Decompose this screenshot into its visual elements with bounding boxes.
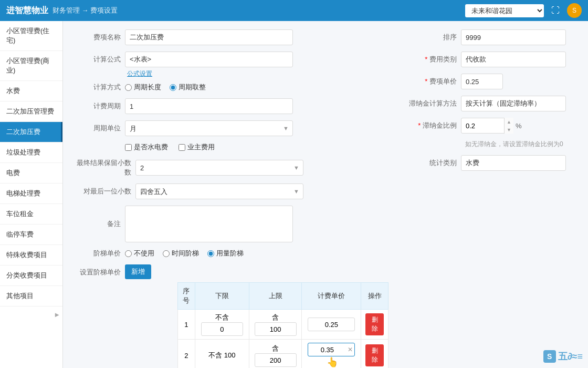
top-bar: 进智慧物业 财务管理 → 费项设置 未来和谐花园 ⛶ S <box>0 0 588 21</box>
stat-type-input[interactable] <box>461 155 566 171</box>
sidebar-item-fenlei[interactable]: 分类收费项目 <box>0 265 62 286</box>
tier-radio-none-input[interactable] <box>125 250 132 257</box>
period-unit-row: 周期单位 月 ▼ <box>74 120 388 136</box>
upper-prefix-1: 含 <box>272 313 279 321</box>
sidebar-item-erjia-guanli[interactable]: 二次加压管理费 <box>0 101 62 122</box>
late-calc-input[interactable] <box>461 96 566 111</box>
is-owner-input[interactable] <box>178 144 185 151</box>
fullscreen-icon[interactable]: ⛶ <box>548 5 563 16</box>
fee-unit-input[interactable] <box>461 74 503 89</box>
is-utility-checkbox[interactable]: 是否水电费 <box>125 142 168 152</box>
avatar[interactable]: S <box>567 3 582 18</box>
sidebar: 小区管理费(住宅) 小区管理费(商业) 水费 二次加压管理费 二次加压费 垃圾处… <box>0 21 63 368</box>
tier-seq-2: 2 <box>178 340 195 369</box>
fee-type-input[interactable] <box>461 52 566 67</box>
sidebar-item-label: 小区管理费(商业) <box>6 57 49 74</box>
sidebar-item-teshu[interactable]: 特殊收费项目 <box>0 245 62 265</box>
tier-radio-time[interactable]: 时间阶梯 <box>163 249 199 258</box>
formula-settings-link[interactable]: 公式设置 <box>127 69 152 78</box>
top-bar-right: 未来和谐花园 ⛶ S <box>465 3 582 18</box>
period-unit-label: 周期单位 <box>74 124 121 133</box>
sidebar-item-dianti[interactable]: 电梯处理费 <box>0 183 62 204</box>
calc-method-radios: 周期长度 周期取整 <box>125 83 206 92</box>
sidebar-item-label: 水费 <box>6 87 20 95</box>
percent-sign: % <box>516 122 522 130</box>
spinner-down[interactable]: ▼ <box>505 126 513 134</box>
lower-value-2: 100 <box>224 351 236 359</box>
tier-col-price: 计费单价 <box>302 283 361 310</box>
tier-radio-none[interactable]: 不使用 <box>125 249 154 258</box>
sidebar-item-zufei[interactable]: 小区管理费(住宅) <box>0 21 62 51</box>
feixiang-name-label: 费项名称 <box>74 33 121 42</box>
sidebar-item-linting[interactable]: 临停车费 <box>0 224 62 245</box>
fee-unit-row: 费项单价 <box>404 74 578 89</box>
rounding-select-wrapper: 四舍五入 进一法 去尾法 ▼ <box>135 183 303 199</box>
feixiang-name-input[interactable] <box>125 29 293 45</box>
sidebar-item-label: 车位租金 <box>6 210 34 218</box>
lower-prefix-1: 不含 <box>215 313 229 321</box>
sidebar-item-label: 小区管理费(住宅) <box>6 27 49 44</box>
left-form: 费项名称 计算公式 公式设置 计算方式 <box>74 29 388 368</box>
sort-input[interactable] <box>461 29 566 45</box>
spinner-up[interactable]: ▲ <box>505 118 513 126</box>
table-row: 2 不含 100 含 <box>178 340 388 369</box>
clear-icon-2[interactable]: ✕ <box>348 346 353 353</box>
is-utility-label: 是否水电费 <box>134 142 168 152</box>
charge-period-input[interactable] <box>125 98 293 114</box>
sidebar-item-label: 其他项目 <box>6 292 34 300</box>
sidebar-item-laji[interactable]: 垃圾处理费 <box>0 142 62 163</box>
upper-input-1[interactable] <box>255 322 297 336</box>
add-tier-button[interactable]: 新增 <box>125 264 151 279</box>
sidebar-item-other[interactable]: 其他项目 <box>0 286 62 306</box>
radio-period-align[interactable]: 周期取整 <box>170 83 206 92</box>
setup-tier-row: 设置阶梯单价 新增 序号 下限 上限 计费单价 <box>74 264 388 368</box>
decimal-label: 最终结果保留小数数 <box>74 158 131 177</box>
formula-input[interactable] <box>125 52 293 67</box>
is-owner-checkbox[interactable]: 业主费用 <box>178 142 215 152</box>
delete-tier-2-button[interactable]: 删除 <box>365 344 384 366</box>
price-input-1[interactable] <box>308 318 355 331</box>
tier-unit-label: 阶梯单价 <box>74 249 121 258</box>
sidebar-item-label: 二次加压费 <box>6 128 40 136</box>
tier-radio-usage[interactable]: 用量阶梯 <box>207 249 244 258</box>
sidebar-item-label: 电费 <box>6 169 20 177</box>
delete-tier-1-button[interactable]: 删除 <box>365 313 384 335</box>
late-calc-label: 滞纳金计算方法 <box>404 99 457 108</box>
tier-radio-usage-input[interactable] <box>207 250 214 257</box>
lower-prefix-2: 不含 <box>208 351 222 359</box>
charge-period-row: 计费周期 <box>74 98 388 114</box>
sidebar-item-shuifei[interactable]: 水费 <box>0 81 62 101</box>
tier-radio-time-input[interactable] <box>163 250 170 257</box>
add-btn-wrapper: 新增 <box>125 264 388 279</box>
calc-method-label: 计算方式 <box>74 83 121 92</box>
radio-period-align-input[interactable] <box>170 84 176 91</box>
project-select[interactable]: 未来和谐花园 <box>465 4 544 17</box>
upper-input-2[interactable] <box>255 353 297 367</box>
sidebar-collapse-btn[interactable]: ► <box>0 306 62 323</box>
sidebar-item-chewi[interactable]: 车位租金 <box>0 204 62 224</box>
late-hint-row: 如无滞纳金，请设置滞纳金比例为0 <box>404 140 578 149</box>
tier-seq-1: 1 <box>178 310 195 340</box>
tier-upper-1: 含 <box>249 310 301 340</box>
radio-period-input[interactable] <box>125 84 132 91</box>
note-textarea[interactable] <box>125 206 293 242</box>
decimal-select[interactable]: 2 0 1 3 <box>135 160 303 176</box>
sidebar-item-zufei2[interactable]: 小区管理费(商业) <box>0 51 62 81</box>
tier-col-upper: 上限 <box>249 283 301 310</box>
sidebar-item-erjia-fei[interactable]: 二次加压费 <box>0 122 62 142</box>
tier-col-seq: 序号 <box>178 283 195 310</box>
rounding-select[interactable]: 四舍五入 进一法 去尾法 <box>135 183 303 199</box>
period-unit-select[interactable]: 月 <box>125 120 293 136</box>
sidebar-item-label: 电梯处理费 <box>6 189 40 197</box>
radio-period-length[interactable]: 周期长度 <box>125 83 161 92</box>
late-hint-text: 如无滞纳金，请设置滞纳金比例为0 <box>465 140 563 149</box>
fee-type-label: 费用类别 <box>404 55 457 64</box>
lower-input-1[interactable] <box>201 322 243 336</box>
cursor-icon: 👆 <box>327 356 338 368</box>
late-ratio-spinner: ▲ ▼ <box>461 118 513 134</box>
tier-lower-1: 不含 <box>195 310 249 340</box>
sidebar-item-dianfei[interactable]: 电费 <box>0 163 62 183</box>
tier-radio-group: 不使用 时间阶梯 用量阶梯 <box>125 249 244 258</box>
is-utility-input[interactable] <box>125 144 132 151</box>
tier-none-label: 不使用 <box>134 249 154 258</box>
